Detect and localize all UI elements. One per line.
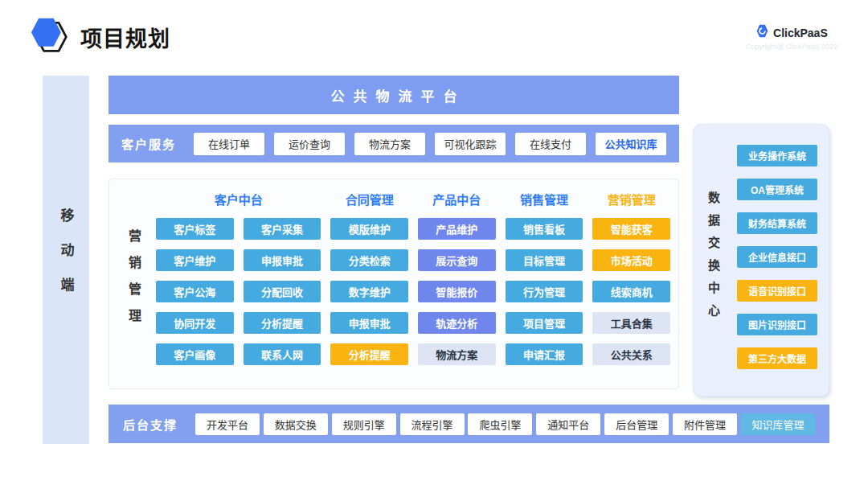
data-exchange-panel: 数据交换中心 业务操作系统 OA管理系统 财务结算系统 企业信息接口 语音识别接…	[693, 124, 829, 397]
module-chip[interactable]: 分析提醒	[244, 312, 321, 334]
data-exchange-side-label: 数据交换中心	[705, 191, 722, 330]
customer-service-items: 在线订单 运价查询 物流方案 可视化跟踪 在线支付 公共知识库	[194, 133, 666, 155]
backend-chip-crawler-engine[interactable]: 爬虫引擎	[468, 413, 532, 435]
module-chip[interactable]: 客户标签	[156, 218, 234, 240]
customer-service-bar: 客户服务 在线订单 运价查询 物流方案 可视化跟踪 在线支付 公共知识库	[108, 125, 679, 162]
column-header-product-middle: 产品中台	[418, 191, 496, 208]
module-chip[interactable]: 模版维护	[330, 218, 408, 240]
backend-chip-attachment-admin[interactable]: 附件管理	[673, 413, 737, 435]
page-title: 项目规划	[80, 22, 170, 53]
backend-chip-backend-admin[interactable]: 后台管理	[604, 413, 669, 435]
mobile-side-bar-label: 移动端	[56, 208, 76, 312]
brand-name: ClickPaaS	[773, 27, 828, 39]
exchange-chip-third-party-bigdata[interactable]: 第三方大数据	[737, 347, 817, 369]
module-chip[interactable]: 分配回收	[244, 281, 321, 302]
module-chip[interactable]: 客户维护	[156, 249, 234, 271]
module-chip[interactable]: 分析提醒	[330, 343, 408, 365]
cs-chip-logistics-plan[interactable]: 物流方案	[354, 133, 425, 155]
data-exchange-items: 业务操作系统 OA管理系统 财务结算系统 企业信息接口 语音识别接口 图片识别接…	[737, 145, 817, 369]
module-chip[interactable]: 分类检索	[330, 249, 408, 271]
exchange-chip-speech-recognition-api[interactable]: 语音识别接口	[737, 280, 817, 302]
cs-chip-freight-query[interactable]: 运价查询	[274, 133, 345, 155]
exchange-chip-finance-settlement[interactable]: 财务结算系统	[737, 212, 817, 234]
column-headers: 客户中台 合同管理 产品中台 销售管理 营销管理	[156, 191, 670, 208]
module-chip[interactable]: 客户采集	[244, 218, 321, 240]
module-chip[interactable]: 智能获客	[592, 218, 670, 240]
exchange-chip-business-ops-system[interactable]: 业务操作系统	[737, 145, 817, 166]
module-chip[interactable]: 工具合集	[592, 312, 670, 334]
customer-service-label: 客户服务	[121, 135, 176, 152]
cs-chip-public-knowledge-base[interactable]: 公共知识库	[596, 133, 666, 155]
module-chip[interactable]: 客户公海	[156, 281, 234, 302]
module-chip[interactable]: 展示查询	[418, 249, 496, 271]
module-chip[interactable]: 申报审批	[244, 249, 321, 271]
marketing-management-side-label: 营销管理	[124, 229, 143, 339]
cs-chip-online-payment[interactable]: 在线支付	[515, 133, 586, 155]
column-header-sales: 销售管理	[506, 191, 583, 208]
backend-chip-notify-platform[interactable]: 通知平台	[536, 413, 600, 435]
column-header-customer-middle: 客户中台	[156, 191, 321, 208]
exchange-chip-enterprise-info-api[interactable]: 企业信息接口	[737, 246, 817, 268]
module-chip[interactable]: 产品维护	[418, 218, 496, 240]
clickpaas-logo-icon	[755, 24, 769, 41]
module-chip[interactable]: 公共关系	[592, 343, 670, 365]
column-header-contract: 合同管理	[330, 191, 408, 208]
module-chip[interactable]: 客户画像	[156, 343, 234, 365]
page-header: 项目规划	[31, 16, 170, 58]
module-chip[interactable]: 行为管理	[506, 281, 583, 302]
hexagon-logo-icon	[31, 16, 69, 58]
backend-support-items: 开发平台 数据交换 规则引擎 流程引擎 爬虫引擎 通知平台 后台管理 附件管理 …	[195, 413, 815, 435]
backend-chip-dev-platform[interactable]: 开发平台	[195, 413, 260, 435]
module-chip[interactable]: 市场活动	[592, 249, 670, 271]
backend-support-bar: 后台支撑 开发平台 数据交换 规则引擎 流程引擎 爬虫引擎 通知平台 后台管理 …	[108, 405, 829, 443]
module-chip-grid: 客户标签 客户采集 模版维护 产品维护 销售看板 智能获客 客户维护 申报审批 …	[156, 218, 670, 365]
module-chip[interactable]: 数字维护	[330, 281, 408, 302]
column-header-marketing: 营销管理	[592, 191, 670, 208]
module-grid-panel: 营销管理 客户中台 合同管理 产品中台 销售管理 营销管理 客户标签 客户采集 …	[108, 179, 679, 389]
module-chip[interactable]: 智能报价	[418, 281, 496, 302]
planning-diagram: 项目规划 ClickPaaS Copyright@ ClickPaaS 2022…	[0, 0, 868, 489]
module-chip[interactable]: 申请汇报	[506, 343, 583, 365]
platform-banner: 公共物流平台	[108, 76, 679, 114]
backend-chip-process-engine[interactable]: 流程引擎	[400, 413, 465, 435]
module-chip[interactable]: 协同开发	[156, 312, 234, 334]
module-chip[interactable]: 销售看板	[506, 218, 583, 240]
exchange-chip-image-recognition-api[interactable]: 图片识别接口	[737, 314, 817, 335]
backend-chip-rule-engine[interactable]: 规则引擎	[332, 413, 396, 435]
exchange-chip-oa-system[interactable]: OA管理系统	[737, 179, 817, 200]
module-chip[interactable]: 联系人网	[244, 343, 321, 365]
module-chip[interactable]: 线索商机	[592, 281, 670, 302]
backend-support-label: 后台支撑	[123, 416, 178, 433]
module-chip[interactable]: 轨迹分析	[418, 312, 496, 334]
mobile-side-bar: 移动端	[43, 76, 89, 444]
cs-chip-visual-tracking[interactable]: 可视化跟踪	[435, 133, 506, 155]
cs-chip-online-order[interactable]: 在线订单	[194, 133, 264, 155]
module-chip[interactable]: 申报审批	[330, 312, 408, 334]
backend-chip-knowledge-base-admin[interactable]: 知识库管理	[741, 413, 815, 435]
module-chip[interactable]: 目标管理	[506, 249, 583, 271]
module-chip[interactable]: 物流方案	[418, 343, 496, 365]
module-chip[interactable]: 项目管理	[506, 312, 583, 334]
backend-chip-data-exchange[interactable]: 数据交换	[264, 413, 328, 435]
brand-block: ClickPaaS Copyright@ ClickPaaS 2022	[746, 24, 837, 51]
copyright-text: Copyright@ ClickPaaS 2022	[746, 43, 837, 51]
